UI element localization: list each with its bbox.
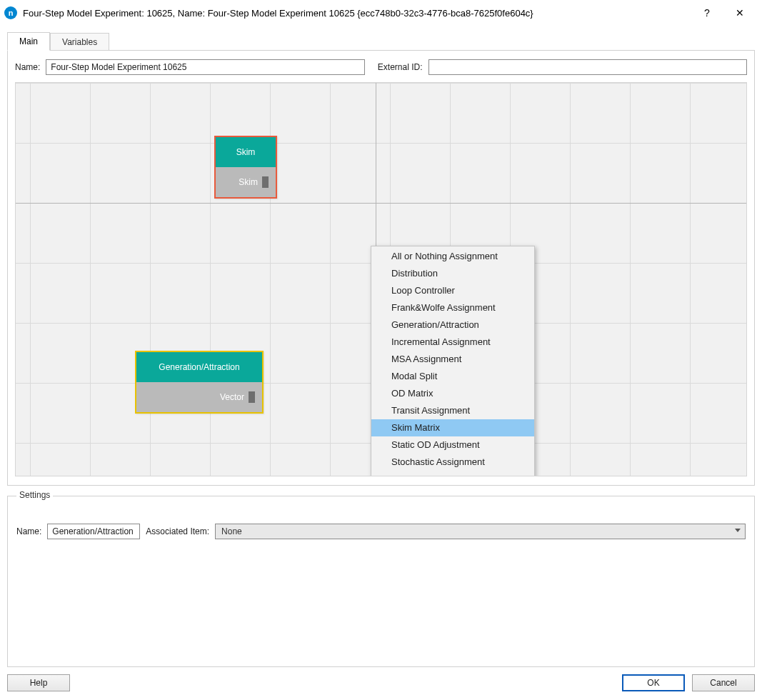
node-skim-handle[interactable] [262, 176, 269, 188]
node-generation-attraction[interactable]: Generation/Attraction Vector [135, 351, 264, 414]
window-title: Four-Step Model Experiment: 10625, Name:… [23, 8, 696, 19]
name-label: Name: [15, 62, 40, 72]
model-canvas[interactable]: Skim Skim Generation/Attraction Vector A… [15, 82, 747, 476]
dialog-footer: Help OK Cancel [0, 667, 762, 700]
menu-item-generation-attraction[interactable]: Generation/Attraction [371, 316, 534, 334]
ok-button[interactable]: OK [622, 674, 685, 691]
menu-item-msa-assignment[interactable]: MSA Assignment [371, 351, 534, 368]
node-skim-title: Skim [216, 137, 276, 167]
settings-legend: Settings [16, 490, 53, 500]
tab-bar: Main Variables [7, 31, 755, 50]
node-skim[interactable]: Skim Skim [214, 136, 277, 199]
node-gen-handle[interactable] [249, 391, 255, 403]
menu-item-all-or-nothing[interactable]: All or Nothing Assignment [371, 248, 534, 265]
node-gen-body-label: Vector [220, 392, 244, 402]
menu-item-stochastic-assignment[interactable]: Stochastic Assignment [371, 454, 534, 471]
dialog-window: n Four-Step Model Experiment: 10625, Nam… [0, 0, 762, 700]
external-id-label: External ID: [378, 62, 423, 72]
tab-variables[interactable]: Variables [50, 33, 109, 51]
settings-name-label: Name: [16, 526, 41, 536]
settings-name-input[interactable] [47, 524, 140, 539]
cancel-button[interactable]: Cancel [692, 674, 755, 691]
node-skim-body: Skim [216, 167, 276, 197]
tab-main[interactable]: Main [7, 32, 50, 51]
context-menu: All or Nothing Assignment Distribution L… [371, 246, 535, 476]
menu-item-vector[interactable]: Vector [371, 471, 534, 476]
chevron-down-icon [735, 529, 741, 532]
menu-item-modal-split[interactable]: Modal Split [371, 368, 534, 385]
settings-assoc-label: Associated Item: [146, 526, 209, 536]
app-icon: n [4, 6, 17, 19]
titlebar-controls: ? ✕ [696, 7, 758, 19]
close-icon[interactable]: ✕ [729, 7, 751, 19]
titlebar: n Four-Step Model Experiment: 10625, Nam… [0, 0, 762, 26]
settings-panel: Settings Name: Associated Item: None [7, 496, 755, 667]
form-row-name: Name: External ID: [15, 59, 747, 75]
node-skim-body-label: Skim [239, 177, 258, 187]
menu-item-loop-controller[interactable]: Loop Controller [371, 282, 534, 299]
node-gen-title: Generation/Attraction [136, 352, 262, 382]
menu-item-distribution[interactable]: Distribution [371, 265, 534, 282]
menu-item-incremental-assignment[interactable]: Incremental Assignment [371, 334, 534, 351]
menu-item-od-matrix[interactable]: OD Matrix [371, 385, 534, 402]
node-gen-body: Vector [136, 382, 262, 412]
associated-item-select[interactable]: None [215, 524, 746, 539]
help-button[interactable]: Help [7, 674, 70, 691]
tab-panel-main: Name: External ID: Skim Skim Generation/… [7, 50, 755, 486]
external-id-input[interactable] [428, 59, 747, 75]
menu-item-frank-wolfe[interactable]: Frank&Wolfe Assignment [371, 299, 534, 316]
help-icon[interactable]: ? [696, 7, 718, 19]
settings-row: Name: Associated Item: None [16, 524, 746, 539]
menu-item-skim-matrix[interactable]: Skim Matrix [371, 419, 534, 436]
name-input[interactable] [46, 59, 364, 75]
menu-item-transit-assignment[interactable]: Transit Assignment [371, 402, 534, 419]
menu-item-static-od-adjustment[interactable]: Static OD Adjustment [371, 436, 534, 454]
associated-item-value: None [221, 526, 242, 536]
